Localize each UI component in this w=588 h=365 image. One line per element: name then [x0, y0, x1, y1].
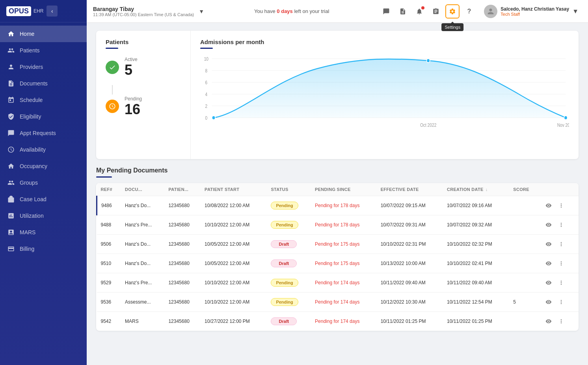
clipboard-button[interactable] [429, 4, 443, 19]
view-button[interactable] [543, 258, 554, 269]
sidebar-item-patients[interactable]: Patients [0, 42, 87, 59]
cell-status: Draft [267, 254, 311, 273]
sidebar-item-appt-requests[interactable]: Appt Requests [0, 125, 87, 141]
table-row[interactable]: 9510 Hanz's Do... 12345680 10/05/2022 12… [97, 254, 579, 273]
cell-start: 10/05/2022 12:00 AM [201, 254, 267, 273]
logo-opus: OPUS [9, 7, 29, 15]
cell-pending-since: Pending for 175 days [311, 235, 377, 254]
cell-actions [539, 293, 579, 312]
cell-status: Pending [267, 196, 311, 215]
chat-button[interactable] [379, 4, 393, 19]
sidebar-label-documents: Documents [20, 80, 48, 87]
sidebar-nav: Home Patients Providers Documents Schedu… [0, 22, 87, 365]
svg-text:8: 8 [205, 68, 207, 73]
svg-point-13 [426, 59, 430, 63]
schedule-icon [7, 96, 15, 104]
col-patient-start[interactable]: PATIENT START [201, 183, 267, 196]
view-button[interactable] [543, 200, 554, 211]
view-button[interactable] [543, 296, 554, 308]
sidebar-label-mars: MARS [20, 229, 35, 235]
sidebar-item-mars[interactable]: MARS [0, 224, 87, 241]
back-button[interactable]: ‹ [47, 6, 58, 17]
cell-patient: 12345680 [164, 215, 201, 235]
status-badge: Draft [271, 259, 297, 267]
occupancy-icon [7, 162, 15, 170]
active-icon-circle [106, 61, 119, 74]
logo-ehr: EHR [33, 8, 43, 14]
col-score[interactable]: SCORE [509, 183, 539, 196]
cell-created: 10/11/2022 01:25 PM [443, 312, 509, 331]
view-button[interactable] [543, 219, 554, 230]
view-button[interactable] [543, 239, 554, 250]
col-ref[interactable]: REF# [97, 183, 121, 196]
more-button[interactable] [556, 239, 567, 250]
appt-icon [7, 129, 15, 137]
patients-card-title: Patients [106, 39, 181, 45]
sidebar-item-schedule[interactable]: Schedule [0, 92, 87, 108]
more-button[interactable] [556, 200, 567, 211]
col-effective[interactable]: EFFECTIVE DATE [377, 183, 443, 196]
table-header-row: REF# DOCU... PATIEN... PATIENT START STA… [97, 183, 579, 196]
sidebar-item-availability[interactable]: Availability [0, 141, 87, 158]
chart-underline [200, 48, 213, 49]
view-button[interactable] [543, 277, 554, 288]
facility-name: Barangay Tibay [93, 6, 194, 12]
trial-days: 0 days [277, 8, 292, 14]
chart-title: Admissions per month [200, 39, 569, 45]
cell-effective: 10/11/2022 01:25 PM [377, 312, 443, 331]
notification-dot [421, 6, 424, 9]
document-button[interactable] [396, 4, 410, 19]
svg-text:Nov 2022: Nov 2022 [557, 122, 569, 128]
help-button[interactable]: ? [462, 4, 476, 19]
settings-button[interactable]: Settings [445, 4, 460, 19]
pending-docs-table: REF# DOCU... PATIEN... PATIENT START STA… [96, 183, 579, 331]
sidebar-logo: OPUS EHR ‹ [0, 0, 87, 22]
sidebar-item-utilization[interactable]: Utilization [0, 208, 87, 224]
col-status[interactable]: STATUS [267, 183, 311, 196]
facility-chevron-icon[interactable]: ▼ [199, 8, 204, 15]
sidebar-item-eligibility[interactable]: Eligibility [0, 108, 87, 125]
active-label: Active [125, 57, 138, 62]
user-chevron-icon: ▼ [572, 8, 579, 15]
sidebar-item-documents[interactable]: Documents [0, 75, 87, 92]
col-doc[interactable]: DOCU... [121, 183, 164, 196]
sidebar-item-occupancy[interactable]: Occupancy [0, 158, 87, 174]
table-row[interactable]: 9536 Assessme... 12345680 10/10/2022 12:… [97, 293, 579, 312]
chart-area: 10 8 6 4 2 0 [200, 57, 569, 151]
cell-effective: 10/11/2022 09:40 AM [377, 273, 443, 293]
stat-connector [112, 85, 113, 94]
more-button[interactable] [556, 316, 567, 327]
cell-actions [539, 235, 579, 254]
utilization-icon [7, 212, 15, 220]
pending-docs-section: My Pending Documents REF# DOCU... PATIEN… [96, 167, 579, 331]
sidebar-label-utilization: Utilization [20, 213, 44, 219]
sidebar-item-providers[interactable]: Providers [0, 59, 87, 75]
view-button[interactable] [543, 316, 554, 327]
more-button[interactable] [556, 219, 567, 230]
cell-ref: 9536 [97, 293, 121, 312]
notification-button[interactable] [412, 4, 426, 19]
more-button[interactable] [556, 258, 567, 269]
table-row[interactable]: 9488 Hanz's Pre... 12345680 10/10/2022 1… [97, 215, 579, 235]
more-button[interactable] [556, 296, 567, 308]
col-pending-since[interactable]: PENDING SINCE [311, 183, 377, 196]
col-patient[interactable]: PATIEN... [164, 183, 201, 196]
svg-point-12 [212, 116, 216, 120]
table-row[interactable]: 9506 Hanz's Do... 12345680 10/05/2022 12… [97, 235, 579, 254]
cell-actions [539, 254, 579, 273]
table-row[interactable]: 9529 Hanz's Pre... 12345680 10/10/2022 1… [97, 273, 579, 293]
more-button[interactable] [556, 277, 567, 288]
sidebar-item-home[interactable]: Home [0, 26, 87, 42]
sidebar-item-billing[interactable]: Billing [0, 241, 87, 257]
mars-icon [7, 228, 15, 236]
documents-icon [7, 80, 15, 87]
table-row[interactable]: 9486 Hanz's Do... 12345680 10/08/2022 12… [97, 196, 579, 215]
sidebar-item-caseload[interactable]: Case Load [0, 191, 87, 208]
status-badge: Pending [271, 221, 298, 229]
section-title: My Pending Documents [96, 167, 579, 174]
user-info[interactable]: Salcedo, Hanz Christian Yasay Tech Staff… [481, 3, 582, 20]
cell-start: 10/10/2022 12:00 AM [201, 293, 267, 312]
col-creation[interactable]: CREATION DATE ↓ [443, 183, 509, 196]
table-row[interactable]: 9542 MARS 12345680 10/27/2022 12:00 PM D… [97, 312, 579, 331]
sidebar-item-groups[interactable]: Groups [0, 174, 87, 191]
